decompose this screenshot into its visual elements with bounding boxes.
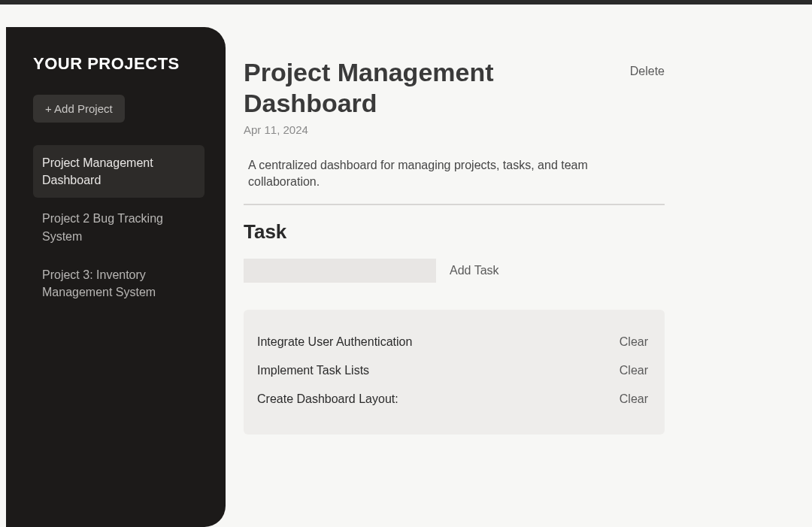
main-content: Project Management Dashboard Delete Apr … xyxy=(226,5,812,527)
sidebar-item-project-management-dashboard[interactable]: Project Management Dashboard xyxy=(33,145,205,198)
delete-button[interactable]: Delete xyxy=(630,57,665,78)
content-wrapper: Project Management Dashboard Delete Apr … xyxy=(244,57,665,435)
project-date: Apr 11, 2024 xyxy=(244,123,665,136)
project-title: Project Management Dashboard xyxy=(244,57,630,119)
task-item: Create Dashboard Layout: Clear xyxy=(257,385,648,413)
sidebar-item-project-2-bug-tracking[interactable]: Project 2 Bug Tracking System xyxy=(33,201,205,253)
clear-task-button[interactable]: Clear xyxy=(620,364,648,377)
project-header: Project Management Dashboard Delete xyxy=(244,57,665,119)
project-description: A centralized dashboard for managing pro… xyxy=(244,153,665,206)
task-item: Integrate User Authentication Clear xyxy=(257,328,648,356)
task-item: Implement Task Lists Clear xyxy=(257,356,648,385)
app-container: YOUR PROJECTS + Add Project Project Mana… xyxy=(0,5,812,527)
clear-task-button[interactable]: Clear xyxy=(620,335,648,349)
task-label: Implement Task Lists xyxy=(257,364,369,377)
add-task-button[interactable]: Add Task xyxy=(450,264,499,277)
sidebar: YOUR PROJECTS + Add Project Project Mana… xyxy=(6,27,226,527)
clear-task-button[interactable]: Clear xyxy=(620,392,648,406)
sidebar-title: YOUR PROJECTS xyxy=(33,54,205,74)
task-section-title: Task xyxy=(244,220,665,244)
task-label: Create Dashboard Layout: xyxy=(257,392,398,406)
task-input-row: Add Task xyxy=(244,259,665,283)
task-input[interactable] xyxy=(244,259,436,283)
project-list: Project Management Dashboard Project 2 B… xyxy=(33,145,205,310)
task-label: Integrate User Authentication xyxy=(257,335,412,349)
task-list: Integrate User Authentication Clear Impl… xyxy=(244,310,665,435)
sidebar-item-project-3-inventory[interactable]: Project 3: Inventory Management System xyxy=(33,257,205,310)
add-project-button[interactable]: + Add Project xyxy=(33,95,125,123)
